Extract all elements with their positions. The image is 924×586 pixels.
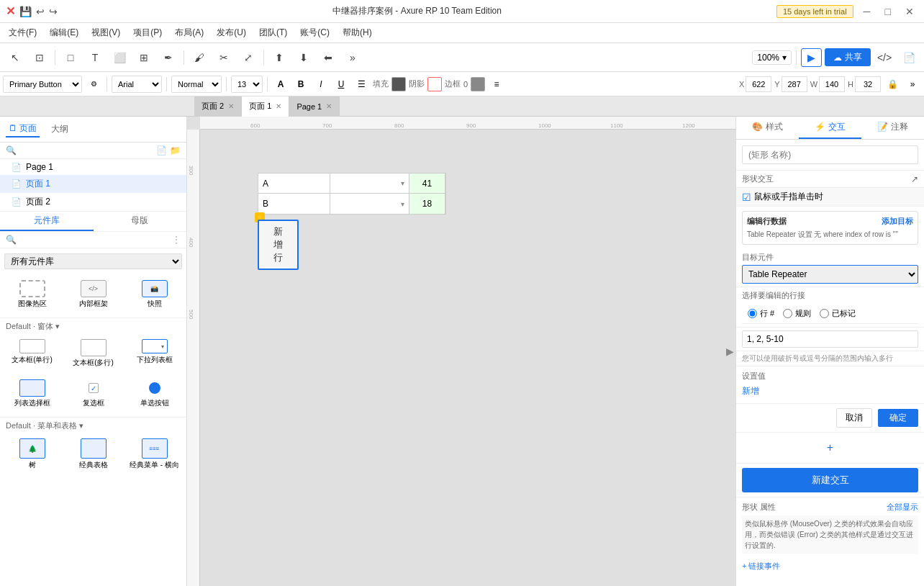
tab-page1-close[interactable]: ✕ <box>276 102 281 110</box>
outline-tab[interactable]: 大纲 <box>48 122 71 137</box>
zoom-selector[interactable]: 100% ▾ <box>752 50 792 65</box>
x-input[interactable] <box>746 76 771 92</box>
comp-iframe[interactable]: </> 内部框架 <box>64 277 122 312</box>
value-option-add[interactable]: 新增 <box>742 384 918 399</box>
code-button[interactable]: </> <box>874 48 895 68</box>
radio-marked-input[interactable] <box>820 309 829 318</box>
menu-publish[interactable]: 发布(U) <box>211 25 252 40</box>
page-item-page1-cn[interactable]: 📄 页面 1 <box>0 175 186 193</box>
menu-team[interactable]: 团队(T) <box>253 25 293 40</box>
shadow-color[interactable] <box>427 77 442 91</box>
paint-tool[interactable]: 🖌 <box>189 48 210 68</box>
font-name-select[interactable]: Arial <box>112 76 162 93</box>
save-icon[interactable]: 💾 <box>19 6 32 17</box>
font-color-btn[interactable]: A <box>272 76 289 93</box>
share-button[interactable]: ☁ 共享 <box>825 48 871 66</box>
show-all-btn[interactable]: 全部显示 <box>887 502 918 513</box>
page-item-page1[interactable]: 📄 Page 1 <box>0 159 186 175</box>
add-page-icon[interactable]: 📄 <box>156 145 167 155</box>
menu-view[interactable]: 视图(V) <box>86 25 126 40</box>
comp-dropdown[interactable]: ▾ 下拉列表框 <box>125 336 184 371</box>
interact-tool[interactable]: ⊡ <box>29 48 50 68</box>
menu-project[interactable]: 项目(P) <box>127 25 168 40</box>
select-tool[interactable]: ↖ <box>4 48 26 68</box>
style-name-select[interactable]: Normal <box>171 76 222 93</box>
add-row-button[interactable]: 新增行 <box>258 220 299 270</box>
folder-icon[interactable]: 📁 <box>170 145 181 155</box>
menu-layout[interactable]: 布局(A) <box>169 25 209 40</box>
resize-tool[interactable]: ⤢ <box>237 48 259 68</box>
target-select[interactable]: Table Repeater <box>742 265 918 284</box>
tab-page1-en-close[interactable]: ✕ <box>326 102 332 110</box>
h-input[interactable] <box>855 76 881 92</box>
text-tool[interactable]: T <box>84 48 106 68</box>
radio-marked[interactable]: 已标记 <box>820 308 856 319</box>
radio-rule-input[interactable] <box>783 309 792 318</box>
menu-edit[interactable]: 编辑(E) <box>44 25 84 40</box>
comp-table[interactable]: 经典表格 <box>64 436 122 473</box>
shape-name-input[interactable] <box>742 145 918 164</box>
more-tools[interactable]: » <box>342 48 363 68</box>
comp-snapshot[interactable]: 📸 快照 <box>125 277 184 312</box>
underline-btn[interactable]: U <box>332 76 350 93</box>
link-events[interactable]: + 链接事件 <box>736 558 924 574</box>
more-format-btn[interactable]: ≡ <box>488 76 505 93</box>
minimize-button[interactable]: ─ <box>859 4 875 19</box>
undo-icon[interactable]: ↩ <box>36 6 45 17</box>
trigger-checkbox[interactable]: ☑ <box>742 191 751 203</box>
rectangle-tool[interactable]: □ <box>60 48 81 68</box>
comp-hotspot[interactable]: 图像热区 <box>3 277 61 312</box>
new-interaction-button[interactable]: 新建交互 <box>742 468 918 492</box>
table-cell-a-dropdown[interactable]: ▾ <box>330 173 409 193</box>
comp-textbox-single[interactable]: 文本框(单行) <box>3 336 61 371</box>
run-button[interactable]: ▶ <box>801 48 822 67</box>
library-select[interactable]: 所有元件库 <box>4 253 182 269</box>
cancel-button[interactable]: 取消 <box>836 408 872 428</box>
menu-account[interactable]: 账号(C) <box>294 25 335 40</box>
component-name-select[interactable]: Primary Button <box>3 76 82 93</box>
page-item-page2[interactable]: 📄 页面 2 <box>0 193 186 211</box>
tab-page2-close[interactable]: ✕ <box>228 102 234 110</box>
add-action-button[interactable]: + <box>742 438 918 457</box>
row-number-input[interactable] <box>742 330 918 348</box>
external-link-icon[interactable]: ↗ <box>911 174 918 184</box>
notes-tab[interactable]: 📝 注释 <box>861 117 924 139</box>
component-settings-btn[interactable]: ⚙ <box>85 76 102 93</box>
fill-color[interactable] <box>391 77 406 91</box>
italic-btn[interactable]: I <box>312 76 330 93</box>
table-cell-b-dropdown[interactable]: ▾ <box>330 194 409 214</box>
maximize-button[interactable]: □ <box>881 4 895 19</box>
comp-lib-tab[interactable]: 元件库 <box>0 212 94 231</box>
canvas-scroll-right[interactable]: ▶ <box>726 346 734 357</box>
comp-radio[interactable]: 单选按钮 <box>125 377 184 411</box>
menu-file[interactable]: 文件(F) <box>3 25 42 40</box>
comp-listbox[interactable]: 列表选择框 <box>3 377 61 411</box>
radio-row-num-input[interactable] <box>748 309 757 318</box>
comp-tree[interactable]: 🌲 树 <box>3 436 61 473</box>
tab-page1[interactable]: 页面 1 ✕ <box>242 96 289 117</box>
interaction-tab[interactable]: ⚡ 交互 <box>799 117 861 139</box>
lock-btn[interactable]: 🔒 <box>884 76 901 93</box>
comp-menu-h[interactable]: ≡≡≡ 经典菜单 - 横向 <box>125 436 184 473</box>
add-target-btn[interactable]: 添加目标 <box>882 216 913 227</box>
style-tab[interactable]: 🎨 样式 <box>736 117 799 139</box>
publish-button[interactable]: 📄 <box>898 48 920 68</box>
pen-tool[interactable]: ✒ <box>158 48 179 68</box>
close-button[interactable]: ✕ <box>901 4 918 19</box>
w-input[interactable] <box>819 76 845 92</box>
tab-page2[interactable]: 页面 2 ✕ <box>194 96 242 117</box>
radio-rule[interactable]: 规则 <box>783 308 811 319</box>
pages-tab[interactable]: 🗒 页面 <box>6 121 40 138</box>
y-input[interactable] <box>782 76 807 92</box>
align-top[interactable]: ⬆ <box>268 48 290 68</box>
align-left[interactable]: ⬅ <box>317 48 339 68</box>
align-bottom[interactable]: ⬇ <box>293 48 314 68</box>
radio-row-num[interactable]: 行 # <box>748 308 774 319</box>
bold-btn[interactable]: B <box>292 76 309 93</box>
page-search-input[interactable] <box>19 145 153 155</box>
tab-page1-en[interactable]: Page 1 ✕ <box>289 96 340 117</box>
crop-tool[interactable]: ✂ <box>213 48 235 68</box>
grid-tool[interactable]: ⊞ <box>133 48 155 68</box>
menu-help[interactable]: 帮助(H) <box>337 25 378 40</box>
master-tab[interactable]: 母版 <box>94 212 187 231</box>
